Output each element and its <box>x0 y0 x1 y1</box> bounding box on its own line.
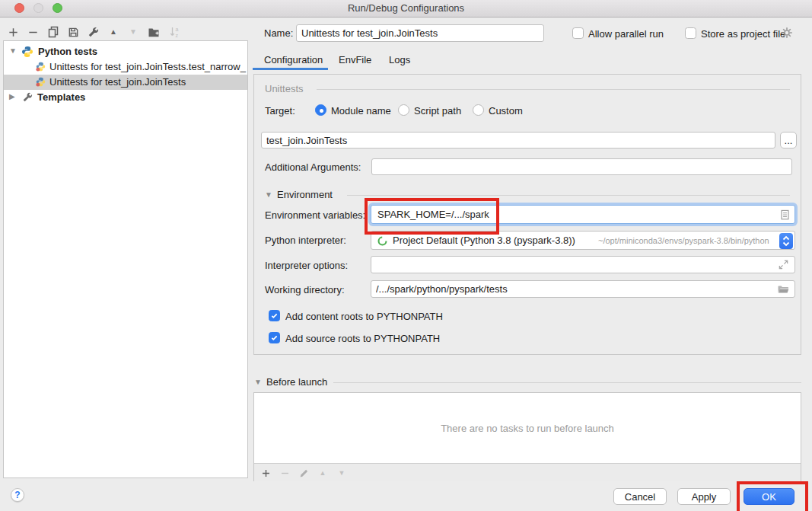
cancel-label: Cancel <box>625 491 655 503</box>
svg-text:z: z <box>176 33 179 38</box>
expand-field-icon[interactable] <box>778 259 789 270</box>
python-interpreter-label: Python interpreter: <box>265 235 346 246</box>
window-title: Run/Debug Configurations <box>0 2 812 14</box>
target-script-path-radio[interactable] <box>398 104 409 116</box>
target-label: Target: <box>265 105 295 117</box>
remove-task-button[interactable] <box>278 466 291 480</box>
variables-list-icon[interactable] <box>780 209 790 221</box>
python-test-icon <box>36 62 46 72</box>
wrench-icon <box>22 92 33 103</box>
expand-icon[interactable]: ▶ <box>9 92 15 101</box>
python-interpreter-path: ~/opt/miniconda3/envs/pyspark-3.8/bin/py… <box>598 236 769 245</box>
add-source-roots-label: Add source roots to PYTHONPATH <box>285 333 440 344</box>
folder-plus-icon <box>148 26 160 38</box>
move-down-button[interactable]: ▼ <box>126 25 140 39</box>
add-configuration-button[interactable] <box>6 25 20 39</box>
working-directory-input[interactable] <box>371 280 795 298</box>
before-launch-collapse-icon[interactable]: ▼ <box>254 378 262 386</box>
remove-configuration-button[interactable] <box>26 25 40 39</box>
python-interpreter-value: Project Default (Python 3.8 (pyspark-3.8… <box>393 235 575 246</box>
tree-item-label: Unittests for test_join.JoinTests.test_n… <box>49 61 246 72</box>
environment-variables-label: Environment variables: <box>265 209 365 221</box>
ok-button[interactable]: OK <box>744 488 794 505</box>
allow-parallel-run-checkbox[interactable] <box>572 27 584 39</box>
move-up-button[interactable]: ▲ <box>107 25 120 39</box>
wrench-icon <box>88 27 99 38</box>
tab-logs[interactable]: Logs <box>389 54 410 65</box>
tree-item-label: Python tests <box>38 46 97 57</box>
tree-item-templates[interactable]: ▶ Templates <box>4 90 247 105</box>
name-input[interactable] <box>296 24 544 42</box>
minus-icon <box>27 27 39 38</box>
tree-item-label: Unittests for test_join.JoinTests <box>49 76 186 88</box>
configuration-panel: Unittests Target: Module name Script pat… <box>253 74 801 355</box>
before-launch-label: Before launch <box>266 376 327 388</box>
arrow-up-icon: ▲ <box>110 28 117 36</box>
add-source-roots-checkbox[interactable] <box>269 332 280 343</box>
before-launch-toolbar: ▲ ▼ <box>254 463 801 481</box>
title-bar: Run/Debug Configurations <box>0 0 812 18</box>
arrow-down-icon: ▼ <box>129 28 137 36</box>
group-separator <box>317 89 790 90</box>
pencil-icon <box>299 468 309 478</box>
active-tab-underline <box>253 68 328 70</box>
unittests-group-title: Unittests <box>265 83 304 94</box>
apply-label: Apply <box>692 491 717 503</box>
edit-task-button[interactable] <box>297 466 310 480</box>
store-as-project-file-label: Store as project file <box>701 28 785 40</box>
environment-variables-value: SPARK_HOME=/.../spark <box>377 209 489 220</box>
cancel-button[interactable]: Cancel <box>613 488 667 505</box>
target-script-path-label: Script path <box>414 105 461 117</box>
python-icon <box>21 46 33 58</box>
tab-envfile[interactable]: EnvFile <box>339 54 371 65</box>
store-options-button[interactable] <box>780 26 794 40</box>
move-task-up-button[interactable]: ▲ <box>316 466 330 480</box>
module-name-input[interactable] <box>261 132 775 149</box>
collapse-icon[interactable]: ▼ <box>9 46 17 55</box>
environment-section-label: Environment <box>277 189 333 200</box>
run-debug-configurations-dialog: { "window": { "title": "Run/Debug Config… <box>0 0 812 511</box>
add-content-roots-checkbox[interactable] <box>269 310 280 321</box>
target-module-name-radio[interactable] <box>315 104 326 116</box>
environment-collapse-icon[interactable]: ▼ <box>265 191 272 199</box>
environment-variables-input[interactable]: SPARK_HOME=/.../spark <box>371 205 795 224</box>
copy-configuration-button[interactable] <box>46 25 60 39</box>
apply-button[interactable]: Apply <box>677 488 731 505</box>
checkmark-icon <box>270 311 279 320</box>
conda-env-icon <box>377 235 388 247</box>
save-configuration-button[interactable] <box>66 25 80 39</box>
store-as-project-file-checkbox[interactable] <box>685 27 696 39</box>
help-button[interactable]: ? <box>11 488 24 502</box>
tab-configuration[interactable]: Configuration <box>264 54 323 65</box>
svg-text:a: a <box>176 27 179 32</box>
configurations-tree: ▼ Python tests Unittests for test_join.J… <box>3 40 248 478</box>
name-label: Name: <box>264 27 293 39</box>
move-task-down-button[interactable]: ▼ <box>335 466 349 480</box>
new-folder-button[interactable] <box>147 25 161 39</box>
allow-parallel-run-label: Allow parallel run <box>588 28 664 40</box>
tree-item-unittest-narrow[interactable]: Unittests for test_join.JoinTests.test_n… <box>4 59 247 75</box>
add-content-roots-label: Add content roots to PYTHONPATH <box>285 311 443 322</box>
interpreter-options-input[interactable] <box>371 256 795 273</box>
sort-configurations-button[interactable]: az <box>168 25 182 39</box>
tree-item-unittest-jointests-selected[interactable]: Unittests for test_join.JoinTests <box>4 75 247 90</box>
target-custom-radio[interactable] <box>473 104 484 116</box>
minus-icon <box>280 468 290 478</box>
browse-module-button[interactable]: ... <box>780 132 797 149</box>
arrow-down-icon: ▼ <box>339 470 345 477</box>
empty-tasks-text: There are no tasks to run before launch <box>441 423 614 434</box>
question-mark-icon: ? <box>14 490 20 500</box>
tree-item-python-tests[interactable]: ▼ Python tests <box>4 44 247 59</box>
before-launch-separator <box>333 382 801 383</box>
gear-icon <box>781 27 793 39</box>
environment-separator <box>347 195 790 196</box>
interpreter-dropdown-stepper[interactable] <box>779 233 793 249</box>
add-task-button[interactable] <box>259 466 272 480</box>
edit-templates-button[interactable] <box>86 25 100 39</box>
ellipsis-icon: ... <box>785 135 793 146</box>
additional-arguments-input[interactable] <box>371 158 792 175</box>
copy-icon <box>47 26 59 38</box>
folder-icon[interactable] <box>777 283 789 295</box>
target-module-name-label: Module name <box>331 105 391 117</box>
python-interpreter-select[interactable]: Project Default (Python 3.8 (pyspark-3.8… <box>371 231 795 250</box>
